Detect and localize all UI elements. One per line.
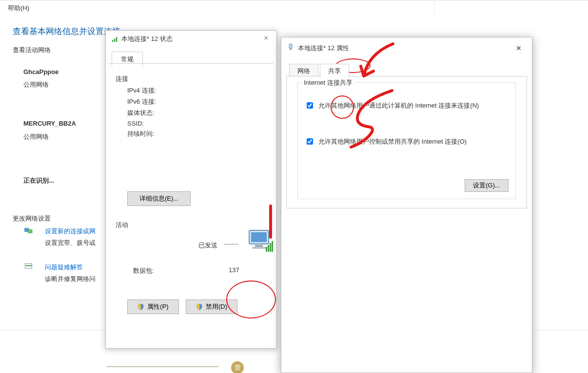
network-type-2: 公用网络 <box>23 132 49 141</box>
ipv4-label: IPv4 连接: <box>127 86 171 95</box>
allow-others-connect-checkbox[interactable] <box>307 102 313 109</box>
status-close-button[interactable] <box>258 33 274 43</box>
svg-rect-8 <box>255 245 263 247</box>
network-name-1: GhcaPppoe <box>23 68 59 75</box>
ics-settings-button[interactable]: 设置(G)... <box>465 179 509 192</box>
network-type-1: 公用网络 <box>23 80 49 89</box>
ics-fieldset: Internet 连接共享 允许其他网络用户通过此计算机的 Internet 连… <box>297 82 516 199</box>
tab-general[interactable]: 常规 <box>112 52 143 67</box>
media-label: 媒体状态: <box>127 109 171 117</box>
ics-legend: Internet 连接共享 <box>302 78 354 87</box>
sent-label: 已发送 <box>198 241 217 250</box>
identifying-label: 正在识别... <box>23 176 54 185</box>
pc-monitor-icon <box>246 228 275 254</box>
section-change-settings: 更改网络设置 <box>13 214 51 223</box>
troubleshoot-link[interactable]: 问题疑难解答 <box>45 263 83 272</box>
duration-label: 持续时间: <box>127 130 171 138</box>
packets-label: 数据包: <box>133 266 154 275</box>
shield-icon <box>196 303 203 310</box>
signal-icon <box>112 36 118 42</box>
svg-rect-9 <box>252 247 266 249</box>
svg-rect-15 <box>290 49 292 50</box>
svg-rect-14 <box>289 44 292 49</box>
section-active-networks: 查看活动网络 <box>13 46 51 55</box>
allow-others-control-checkbox[interactable] <box>307 138 313 145</box>
svg-rect-1 <box>28 230 32 233</box>
menu-help[interactable]: 帮助(H) <box>8 4 29 13</box>
setup-connection-desc: 设置宽带、拨号或 <box>45 239 96 247</box>
properties-button[interactable]: 属性(P) <box>127 299 179 314</box>
setup-connection-link[interactable]: 设置新的连接或网 <box>45 227 96 236</box>
sent-dash <box>224 244 238 244</box>
setup-connection-icon <box>24 227 33 235</box>
ipv6-label: IPv6 连接: <box>127 97 171 106</box>
ssid-label: SSID: <box>127 120 171 127</box>
connection-header: 连接 <box>116 75 267 83</box>
troubleshoot-icon <box>24 263 33 271</box>
svg-rect-10 <box>266 247 267 252</box>
tab-sharing[interactable]: 共享 <box>320 64 349 78</box>
properties-dialog: 本地连接* 12 属性 网络 共享 Internet 连接共享 允许其他网络用户… <box>281 37 532 373</box>
svg-rect-4 <box>114 38 116 42</box>
network-name-2: MERCURY_BB2A <box>23 120 76 127</box>
properties-close-button[interactable] <box>510 42 527 54</box>
packets-value: 137 <box>229 266 239 274</box>
svg-rect-3 <box>112 40 114 42</box>
adapter-icon <box>287 43 294 53</box>
decorative-line <box>106 366 218 367</box>
status-dialog-title: 本地连接* 12 状态 <box>112 35 173 43</box>
allow-others-control-label: 允许其他网络用户控制或禁用共享的 Internet 连接(O) <box>318 137 467 146</box>
svg-rect-13 <box>272 241 273 252</box>
shield-icon <box>137 303 144 310</box>
properties-dialog-title-text: 本地连接* 12 属性 <box>298 44 349 53</box>
details-button[interactable]: 详细信息(E)... <box>127 191 191 206</box>
activity-header: 活动 <box>116 221 128 229</box>
svg-rect-12 <box>270 243 271 252</box>
allow-others-connect-label: 允许其他网络用户通过此计算机的 Internet 连接来连接(N) <box>318 101 479 110</box>
svg-rect-7 <box>251 232 267 242</box>
disable-button[interactable]: 禁用(D) <box>186 299 237 314</box>
svg-rect-11 <box>268 245 269 252</box>
page-badge: 壹 <box>231 361 244 373</box>
troubleshoot-desc: 诊断并修复网络问 <box>45 275 96 283</box>
properties-dialog-title: 本地连接* 12 属性 <box>287 43 349 53</box>
properties-button-label: 属性(P) <box>147 302 168 311</box>
page-title: 查看基本网络信息并设置连接 <box>13 26 120 37</box>
status-dialog: 本地连接* 12 状态 常规 连接 IPv4 连接: IPv6 连接: 媒体状态… <box>105 30 277 349</box>
svg-rect-5 <box>116 37 118 42</box>
status-dialog-title-text: 本地连接* 12 状态 <box>121 35 173 43</box>
disable-button-label: 禁用(D) <box>206 302 227 311</box>
